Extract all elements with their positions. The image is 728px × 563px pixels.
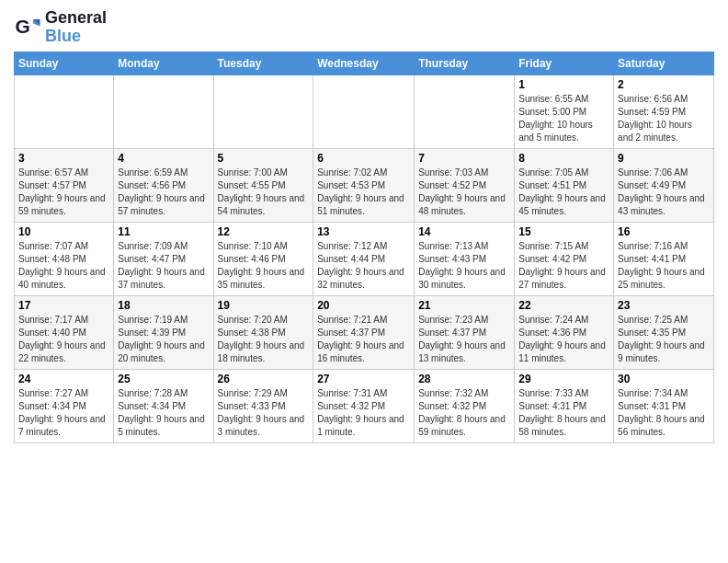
day-info: Sunrise: 7:27 AM Sunset: 4:34 PM Dayligh… bbox=[18, 387, 109, 439]
calendar-cell: 8Sunrise: 7:05 AM Sunset: 4:51 PM Daylig… bbox=[515, 148, 614, 222]
day-info: Sunrise: 6:55 AM Sunset: 5:00 PM Dayligh… bbox=[518, 93, 609, 144]
day-info: Sunrise: 6:56 AM Sunset: 4:59 PM Dayligh… bbox=[618, 93, 710, 144]
calendar-cell: 16Sunrise: 7:16 AM Sunset: 4:41 PM Dayli… bbox=[614, 222, 714, 295]
header-sunday: Sunday bbox=[15, 52, 114, 75]
calendar-cell: 27Sunrise: 7:31 AM Sunset: 4:32 PM Dayli… bbox=[313, 369, 415, 442]
day-info: Sunrise: 7:28 AM Sunset: 4:34 PM Dayligh… bbox=[118, 387, 209, 439]
calendar-cell: 14Sunrise: 7:13 AM Sunset: 4:43 PM Dayli… bbox=[415, 222, 515, 295]
calendar-cell: 11Sunrise: 7:09 AM Sunset: 4:47 PM Dayli… bbox=[114, 222, 213, 295]
day-number: 8 bbox=[518, 152, 609, 165]
week-row-5: 24Sunrise: 7:27 AM Sunset: 4:34 PM Dayli… bbox=[15, 369, 714, 442]
day-number: 16 bbox=[618, 225, 710, 238]
header-tuesday: Tuesday bbox=[213, 52, 313, 75]
header-saturday: Saturday bbox=[614, 52, 714, 75]
calendar-table: SundayMondayTuesdayWednesdayThursdayFrid… bbox=[14, 52, 714, 443]
day-info: Sunrise: 7:34 AM Sunset: 4:31 PM Dayligh… bbox=[618, 387, 710, 439]
day-info: Sunrise: 7:12 AM Sunset: 4:44 PM Dayligh… bbox=[317, 240, 410, 292]
day-number: 13 bbox=[317, 225, 410, 238]
day-info: Sunrise: 7:00 AM Sunset: 4:55 PM Dayligh… bbox=[218, 167, 310, 218]
day-info: Sunrise: 7:16 AM Sunset: 4:41 PM Dayligh… bbox=[618, 240, 710, 292]
day-number: 23 bbox=[618, 299, 710, 312]
logo-icon: G bbox=[14, 14, 41, 41]
day-number: 4 bbox=[118, 152, 209, 165]
calendar-cell: 19Sunrise: 7:20 AM Sunset: 4:38 PM Dayli… bbox=[213, 295, 313, 369]
day-number: 15 bbox=[518, 225, 609, 238]
day-info: Sunrise: 7:20 AM Sunset: 4:38 PM Dayligh… bbox=[218, 314, 310, 365]
logo: G General Blue bbox=[14, 9, 107, 46]
calendar-cell: 10Sunrise: 7:07 AM Sunset: 4:48 PM Dayli… bbox=[15, 222, 114, 295]
day-info: Sunrise: 7:15 AM Sunset: 4:42 PM Dayligh… bbox=[518, 240, 609, 292]
day-info: Sunrise: 7:24 AM Sunset: 4:36 PM Dayligh… bbox=[518, 314, 609, 365]
day-info: Sunrise: 7:23 AM Sunset: 4:37 PM Dayligh… bbox=[418, 314, 510, 365]
calendar-cell: 7Sunrise: 7:03 AM Sunset: 4:52 PM Daylig… bbox=[415, 148, 515, 222]
calendar-cell: 9Sunrise: 7:06 AM Sunset: 4:49 PM Daylig… bbox=[614, 148, 714, 222]
day-number: 29 bbox=[518, 373, 609, 385]
calendar-cell: 17Sunrise: 7:17 AM Sunset: 4:40 PM Dayli… bbox=[15, 295, 114, 369]
header-monday: Monday bbox=[114, 52, 213, 75]
calendar-cell: 30Sunrise: 7:34 AM Sunset: 4:31 PM Dayli… bbox=[614, 369, 714, 442]
calendar-cell: 18Sunrise: 7:19 AM Sunset: 4:39 PM Dayli… bbox=[114, 295, 213, 369]
header-friday: Friday bbox=[515, 52, 614, 75]
calendar-cell: 28Sunrise: 7:32 AM Sunset: 4:32 PM Dayli… bbox=[415, 369, 515, 442]
day-number: 14 bbox=[418, 225, 510, 238]
day-info: Sunrise: 7:13 AM Sunset: 4:43 PM Dayligh… bbox=[418, 240, 510, 292]
logo-text: General Blue bbox=[45, 9, 107, 46]
day-info: Sunrise: 6:57 AM Sunset: 4:57 PM Dayligh… bbox=[18, 167, 109, 218]
day-info: Sunrise: 7:17 AM Sunset: 4:40 PM Dayligh… bbox=[18, 314, 109, 365]
day-info: Sunrise: 7:05 AM Sunset: 4:51 PM Dayligh… bbox=[518, 167, 609, 218]
calendar-cell: 26Sunrise: 7:29 AM Sunset: 4:33 PM Dayli… bbox=[213, 369, 313, 442]
day-number: 19 bbox=[218, 299, 310, 312]
calendar-cell: 3Sunrise: 6:57 AM Sunset: 4:57 PM Daylig… bbox=[15, 148, 114, 222]
day-info: Sunrise: 7:03 AM Sunset: 4:52 PM Dayligh… bbox=[418, 167, 510, 218]
calendar-cell bbox=[313, 75, 415, 148]
day-info: Sunrise: 7:10 AM Sunset: 4:46 PM Dayligh… bbox=[218, 240, 310, 292]
day-info: Sunrise: 7:09 AM Sunset: 4:47 PM Dayligh… bbox=[118, 240, 209, 292]
day-number: 1 bbox=[518, 78, 609, 91]
day-number: 12 bbox=[218, 225, 310, 238]
calendar-cell: 1Sunrise: 6:55 AM Sunset: 5:00 PM Daylig… bbox=[515, 75, 614, 148]
week-row-3: 10Sunrise: 7:07 AM Sunset: 4:48 PM Dayli… bbox=[15, 222, 714, 295]
day-number: 28 bbox=[418, 373, 510, 385]
day-number: 7 bbox=[418, 152, 510, 165]
calendar-cell: 29Sunrise: 7:33 AM Sunset: 4:31 PM Dayli… bbox=[515, 369, 614, 442]
day-number: 30 bbox=[618, 373, 710, 385]
calendar-cell bbox=[213, 75, 313, 148]
calendar-cell: 13Sunrise: 7:12 AM Sunset: 4:44 PM Dayli… bbox=[313, 222, 415, 295]
header: G General Blue bbox=[14, 9, 714, 46]
day-number: 10 bbox=[18, 225, 109, 238]
day-info: Sunrise: 7:32 AM Sunset: 4:32 PM Dayligh… bbox=[418, 387, 510, 439]
calendar-cell: 22Sunrise: 7:24 AM Sunset: 4:36 PM Dayli… bbox=[515, 295, 614, 369]
day-number: 20 bbox=[317, 299, 410, 312]
day-info: Sunrise: 7:31 AM Sunset: 4:32 PM Dayligh… bbox=[317, 387, 410, 439]
calendar-cell: 5Sunrise: 7:00 AM Sunset: 4:55 PM Daylig… bbox=[213, 148, 313, 222]
day-number: 26 bbox=[218, 373, 310, 385]
day-number: 6 bbox=[317, 152, 410, 165]
day-number: 9 bbox=[618, 152, 710, 165]
day-info: Sunrise: 7:02 AM Sunset: 4:53 PM Dayligh… bbox=[317, 167, 410, 218]
day-info: Sunrise: 7:21 AM Sunset: 4:37 PM Dayligh… bbox=[317, 314, 410, 365]
day-info: Sunrise: 7:07 AM Sunset: 4:48 PM Dayligh… bbox=[18, 240, 109, 292]
header-wednesday: Wednesday bbox=[313, 52, 415, 75]
day-number: 17 bbox=[18, 299, 109, 312]
calendar-cell: 20Sunrise: 7:21 AM Sunset: 4:37 PM Dayli… bbox=[313, 295, 415, 369]
calendar-cell: 23Sunrise: 7:25 AM Sunset: 4:35 PM Dayli… bbox=[614, 295, 714, 369]
day-number: 18 bbox=[118, 299, 209, 312]
day-info: Sunrise: 7:29 AM Sunset: 4:33 PM Dayligh… bbox=[218, 387, 310, 439]
day-number: 5 bbox=[218, 152, 310, 165]
calendar-cell: 21Sunrise: 7:23 AM Sunset: 4:37 PM Dayli… bbox=[415, 295, 515, 369]
calendar-cell: 2Sunrise: 6:56 AM Sunset: 4:59 PM Daylig… bbox=[614, 75, 714, 148]
calendar-cell: 24Sunrise: 7:27 AM Sunset: 4:34 PM Dayli… bbox=[15, 369, 114, 442]
day-info: Sunrise: 7:33 AM Sunset: 4:31 PM Dayligh… bbox=[518, 387, 609, 439]
day-number: 22 bbox=[518, 299, 609, 312]
week-row-2: 3Sunrise: 6:57 AM Sunset: 4:57 PM Daylig… bbox=[15, 148, 714, 222]
day-number: 24 bbox=[18, 373, 109, 385]
calendar-cell: 6Sunrise: 7:02 AM Sunset: 4:53 PM Daylig… bbox=[313, 148, 415, 222]
day-info: Sunrise: 7:19 AM Sunset: 4:39 PM Dayligh… bbox=[118, 314, 209, 365]
page-container: G General Blue SundayMondayTuesdayWednes… bbox=[0, 0, 728, 453]
week-row-4: 17Sunrise: 7:17 AM Sunset: 4:40 PM Dayli… bbox=[15, 295, 714, 369]
week-row-1: 1Sunrise: 6:55 AM Sunset: 5:00 PM Daylig… bbox=[15, 75, 714, 148]
calendar-cell: 12Sunrise: 7:10 AM Sunset: 4:46 PM Dayli… bbox=[213, 222, 313, 295]
day-info: Sunrise: 7:25 AM Sunset: 4:35 PM Dayligh… bbox=[618, 314, 710, 365]
day-number: 21 bbox=[418, 299, 510, 312]
day-number: 11 bbox=[118, 225, 209, 238]
